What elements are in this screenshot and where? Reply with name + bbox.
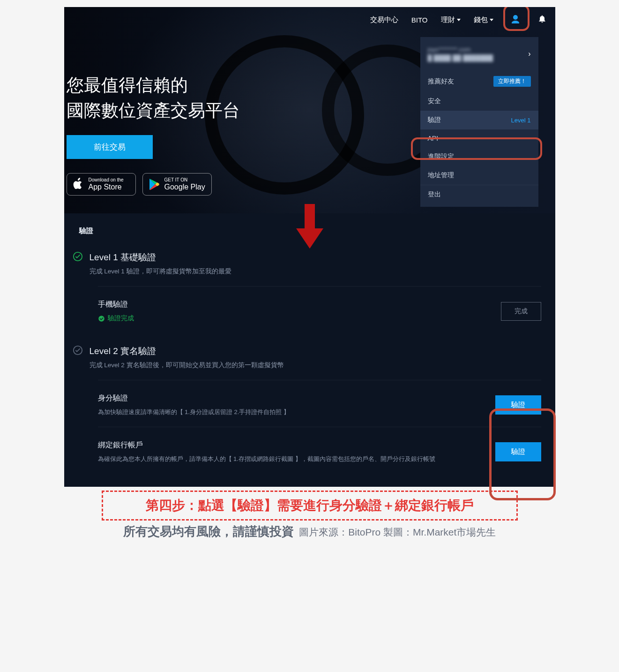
dropdown-security[interactable]: 安全 [420,92,538,111]
gplay-big: Google Play [164,182,205,191]
hero-section: 交易中心 BITO 理財 錢包 您最值得信賴的 國際數位資產交易平台 前往交易 … [64,7,555,213]
dropdown-logout[interactable]: 登出 [420,185,538,204]
hero-title-line1: 您最值得信賴的 [67,73,240,98]
chevron-right-icon: › [528,50,530,58]
dropdown-header[interactable]: joys********.com█ ████ ██ ███████ › [420,37,538,71]
top-nav: 交易中心 BITO 理財 錢包 [362,7,555,32]
identity-verification-row: 身分驗證 為加快驗證速度請準備清晰的【 1.身分證或居留證 2.手持證件自拍照 … [98,380,541,416]
googleplay-icon [149,178,160,190]
nav-bito[interactable]: BITO [411,16,428,24]
dropdown-user-info: joys********.com█ ████ ██ ███████ [428,45,493,62]
level1-header: Level 1 基礎驗證 完成 Level 1 驗證，即可將虛擬貨幣加至我的最愛 [73,251,541,276]
gplay-small: GET IT ON [164,178,205,182]
phone-verification-row: 手機驗證 驗證完成 完成 [98,286,541,323]
dropdown-address[interactable]: 地址管理 [420,166,538,185]
check-circle-icon [98,315,105,322]
check-icon [73,251,83,262]
level2-desc: 完成 Level 2 實名驗證後，即可開始交易並買入您的第一顆虛擬貨幣 [89,361,284,370]
nav-trade[interactable]: 交易中心 [370,15,398,24]
appstore-button[interactable]: Download on theApp Store [67,173,136,196]
big-red-arrow [296,204,323,250]
dropdown-referral-label: 推薦好友 [428,77,454,86]
identity-sub: 為加快驗證速度請準備清晰的【 1.身分證或居留證 2.手持證件自拍照 】 [98,408,290,416]
bell-icon[interactable] [537,14,547,25]
step-note: 第四步：點選【驗證】需要進行身分驗證＋綁定銀行帳戶 [102,491,518,521]
bank-title: 綁定銀行帳戶 [98,440,435,450]
risk-note: 所有交易均有風險，請謹慎投資 圖片來源：BitoPro 製圖：Mr.Market… [64,523,555,540]
highlight-verify-item [411,137,542,160]
user-icon[interactable] [507,11,524,29]
cta-go-trade[interactable]: 前往交易 [67,135,153,159]
referral-badge[interactable]: 立即推薦！ [493,76,531,87]
nav-wealth[interactable]: 理財 [441,15,461,24]
level1-title: Level 1 基礎驗證 [89,251,231,264]
phone-verify-title: 手機驗證 [98,300,134,310]
phone-done-button: 完成 [501,302,541,321]
level2-header: Level 2 實名驗證 完成 Level 2 實名驗證後，即可開始交易並買入您… [73,345,541,370]
identity-title: 身分驗證 [98,393,290,403]
googleplay-button[interactable]: GET IT ONGoogle Play [142,173,212,196]
hero-copy: 您最值得信賴的 國際數位資產交易平台 前往交易 Download on theA… [67,73,240,196]
bank-binding-row: 綁定銀行帳戶 為確保此為您本人所擁有的帳戶，請準備本人的【 1.存摺或網路銀行截… [98,427,541,463]
dropdown-verify-level: Level 1 [511,117,531,124]
dropdown-verify[interactable]: 驗證 Level 1 [420,111,538,129]
highlight-verify-buttons [489,408,556,500]
nav-wealth-label: 理財 [441,15,455,24]
check-icon [73,345,83,355]
hero-title-line2: 國際數位資產交易平台 [67,98,240,123]
nav-wallet-label: 錢包 [474,15,488,24]
appstore-big: App Store [89,182,124,191]
nav-wallet[interactable]: 錢包 [474,15,493,24]
dropdown-referral[interactable]: 推薦好友 立即推薦！ [420,71,538,92]
level2-title: Level 2 實名驗證 [89,345,284,357]
dropdown-verify-label: 驗證 [428,116,441,124]
chevron-down-icon [457,19,461,21]
verification-panel: 驗證 Level 1 基礎驗證 完成 Level 1 驗證，即可將虛擬貨幣加至我… [64,213,555,487]
appstore-small: Download on the [89,178,124,182]
bank-sub: 為確保此為您本人所擁有的帳戶，請準備本人的【 1.存摺或網路銀行截圖 】，截圖內… [98,455,435,463]
level1-desc: 完成 Level 1 驗證，即可將虛擬貨幣加至我的最愛 [89,267,231,276]
user-dropdown: joys********.com█ ████ ██ ███████ › 推薦好友… [420,37,538,207]
apple-icon [73,178,84,191]
chevron-down-icon [490,19,493,21]
phone-verify-status: 驗證完成 [98,314,134,323]
